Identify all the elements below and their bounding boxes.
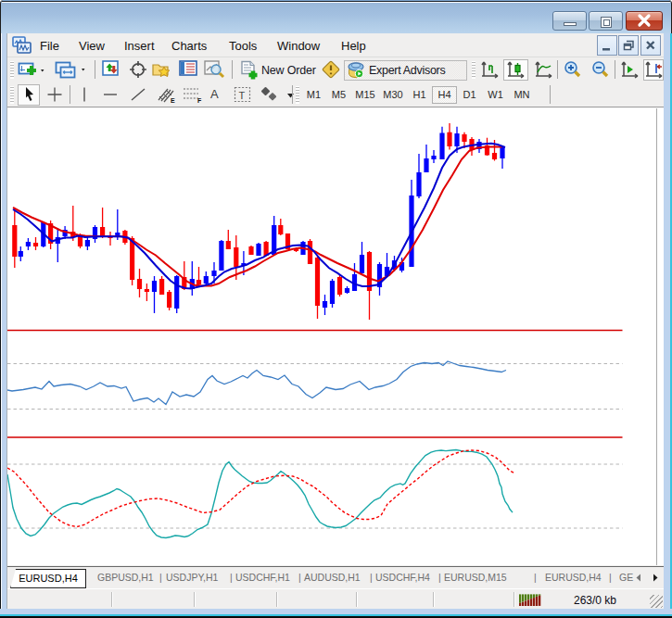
svg-text:F: F [197, 97, 202, 104]
svg-text:T: T [239, 90, 246, 101]
svg-text:E: E [171, 97, 175, 104]
